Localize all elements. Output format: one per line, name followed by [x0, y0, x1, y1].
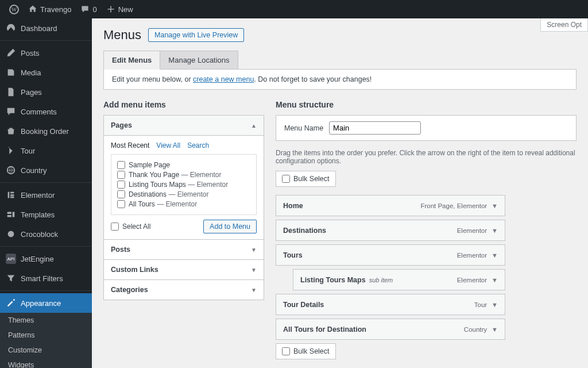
caret-down-icon: ▼	[251, 267, 257, 273]
structure-heading: Menu structure	[276, 100, 577, 109]
drag-instructions: Drag the items into the order you prefer…	[276, 149, 577, 165]
add-items-heading: Add menu items	[103, 100, 264, 109]
plus-icon	[106, 5, 115, 14]
sidebar-item-templates[interactable]: Templates	[0, 205, 92, 224]
menu-items-container: HomeFront Page, Elementor▼DestinationsEl…	[276, 195, 577, 340]
bulk-select-top[interactable]: Bulk Select	[276, 171, 336, 187]
menu-name-input[interactable]	[329, 121, 421, 135]
sub-widgets[interactable]: Widgets	[0, 358, 92, 368]
admin-sidebar: Dashboard Posts Media Pages Comments Boo…	[0, 18, 92, 368]
expand-icon[interactable]: ▼	[492, 227, 498, 234]
caret-down-icon: ▼	[251, 247, 257, 253]
filter-view-all[interactable]: View All	[156, 141, 180, 150]
menu-item[interactable]: Tour DetailsTour▼	[276, 294, 505, 315]
expand-icon[interactable]: ▼	[492, 326, 498, 333]
page-option[interactable]: Thank You Page — Elementor	[117, 171, 250, 179]
menu-name-label: Menu Name	[284, 124, 323, 132]
svg-rect-1	[8, 192, 10, 198]
svg-rect-4	[10, 197, 14, 198]
select-all[interactable]: Select All	[111, 223, 150, 231]
page-option[interactable]: Destinations — Elementor	[117, 190, 250, 198]
page-option[interactable]: Sample Page	[117, 161, 250, 169]
wp-logo[interactable]	[5, 5, 24, 14]
filter-search[interactable]: Search	[187, 141, 209, 150]
page-option[interactable]: All Tours — Elementor	[117, 200, 250, 208]
tab-manage-locations[interactable]: Manage Locations	[160, 51, 238, 69]
menu-item[interactable]: Listing Tours Maps sub itemElementor▼	[293, 269, 505, 290]
sidebar-item-country[interactable]: Country	[0, 160, 92, 180]
add-to-menu-button[interactable]: Add to Menu	[203, 220, 257, 233]
expand-icon[interactable]: ▼	[492, 252, 498, 259]
live-preview-button[interactable]: Manage with Live Preview	[148, 28, 244, 42]
sidebar-item-comments[interactable]: Comments	[0, 102, 92, 121]
sub-patterns[interactable]: Patterns	[0, 328, 92, 343]
sidebar-item-jetengine[interactable]: APIJetEngine	[0, 249, 92, 269]
sidebar-item-tour[interactable]: Tour	[0, 141, 92, 160]
menu-item[interactable]: ToursElementor▼	[276, 244, 505, 266]
sidebar-item-booking[interactable]: Booking Order	[0, 121, 92, 141]
menu-item[interactable]: DestinationsElementor▼	[276, 220, 505, 241]
sidebar-item-smartfilters[interactable]: Smart Filters	[0, 269, 92, 288]
pages-list: Sample PageThank You Page — ElementorLis…	[111, 154, 257, 215]
screen-options[interactable]: Screen Opt	[540, 18, 588, 32]
page-title: Menus	[103, 28, 141, 43]
home-icon	[28, 5, 37, 14]
page-option[interactable]: Listing Tours Maps — Elementor	[117, 181, 250, 189]
sub-themes[interactable]: Themes	[0, 313, 92, 328]
menu-item[interactable]: All Tours for DestinationCountry▼	[276, 319, 505, 340]
comments-count[interactable]: 0	[76, 5, 101, 14]
menu-item[interactable]: HomeFront Page, Elementor▼	[276, 195, 505, 216]
edit-notice: Edit your menu below, or create a new me…	[103, 69, 577, 90]
create-menu-link[interactable]: create a new menu	[193, 75, 254, 83]
sidebar-item-appearance[interactable]: Appearance	[0, 293, 92, 313]
sub-customize[interactable]: Customize	[0, 343, 92, 358]
svg-rect-3	[10, 194, 14, 196]
caret-down-icon: ▼	[251, 287, 257, 293]
svg-point-5	[8, 231, 14, 237]
sidebar-item-posts[interactable]: Posts	[0, 43, 92, 63]
sidebar-item-elementor[interactable]: Elementor	[0, 185, 92, 205]
new-content[interactable]: New	[102, 5, 138, 14]
sidebar-item-pages[interactable]: Pages	[0, 82, 92, 102]
acc-custom-links[interactable]: Custom Links▼	[104, 260, 264, 279]
sidebar-item-media[interactable]: Media	[0, 63, 92, 82]
expand-icon[interactable]: ▼	[492, 301, 498, 308]
expand-icon[interactable]: ▼	[492, 277, 498, 283]
acc-categories[interactable]: Categories▼	[104, 280, 264, 300]
acc-posts[interactable]: Posts▼	[104, 240, 264, 259]
svg-rect-2	[10, 192, 14, 194]
sidebar-item-crocoblock[interactable]: Crocoblock	[0, 224, 92, 244]
comment-icon	[80, 5, 90, 14]
bulk-select-bottom[interactable]: Bulk Select	[276, 343, 336, 359]
appearance-submenu: Themes Patterns Customize Widgets Menus …	[0, 313, 92, 368]
acc-pages-header[interactable]: Pages▲	[104, 116, 264, 136]
caret-up-icon: ▲	[251, 122, 257, 129]
sidebar-item-dashboard[interactable]: Dashboard	[0, 18, 92, 38]
site-name[interactable]: Travengo	[24, 5, 76, 14]
tab-edit-menus[interactable]: Edit Menus	[103, 51, 160, 70]
filter-recent[interactable]: Most Recent	[111, 141, 149, 150]
expand-icon[interactable]: ▼	[492, 202, 498, 209]
